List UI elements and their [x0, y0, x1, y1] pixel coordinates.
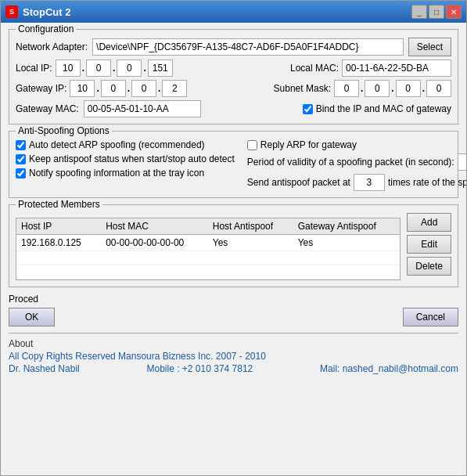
- local-ip-label: Local IP:: [16, 63, 52, 74]
- notify-label: Notify spoofing information at the tray …: [29, 168, 204, 178]
- config-group-label: Configuration: [16, 23, 76, 34]
- gateway-ip-1[interactable]: [70, 80, 95, 97]
- col-host-antispoof: Host Antispoof: [208, 218, 293, 235]
- col-gateway-antispoof: Gateway Antispoof: [293, 218, 401, 235]
- title-bar-left: S StopCut 2: [5, 5, 70, 18]
- table-action-buttons: Add Edit Delete: [407, 213, 451, 280]
- keep-antispoof-row: Keep antispoof status when start/stop au…: [16, 153, 235, 164]
- validity-label: Period of validity of a spoofing packet …: [247, 157, 454, 168]
- bind-label: Bind the IP and MAC of gateway: [316, 103, 451, 114]
- protected-members-group: Protected Members Host IP Host MAC Host …: [9, 204, 458, 287]
- delete-button[interactable]: Delete: [407, 257, 451, 276]
- auto-detect-row: Auto detect ARP spoofing (recommended): [16, 139, 235, 150]
- subnet-3[interactable]: [396, 80, 421, 97]
- add-button[interactable]: Add: [407, 213, 451, 232]
- rate-row: Send antispoof packet at times rate of t…: [247, 174, 466, 191]
- gateway-ip-3[interactable]: [131, 80, 156, 97]
- validity-row: Period of validity of a spoofing packet …: [247, 153, 466, 171]
- cancel-button[interactable]: Cancel: [403, 308, 458, 326]
- cell-host-antispoof: Yes: [208, 235, 293, 251]
- gateway-ip-4[interactable]: [162, 80, 187, 97]
- protected-group-label: Protected Members: [16, 199, 102, 210]
- keep-antispoof-label: Keep antispoof status when start/stop au…: [29, 153, 235, 164]
- reply-arp-checkbox[interactable]: [247, 140, 257, 150]
- members-table: Host IP Host MAC Host Antispoof Gateway …: [16, 218, 400, 279]
- subnet-2[interactable]: [365, 80, 390, 97]
- local-ip-3[interactable]: [117, 60, 142, 77]
- select-button[interactable]: Select: [408, 38, 451, 56]
- bind-checkbox[interactable]: [303, 104, 313, 114]
- gateway-mac-row: Gateway MAC: Bind the IP and MAC of gate…: [16, 100, 451, 117]
- col-host-ip: Host IP: [16, 218, 101, 235]
- auto-detect-label: Auto detect ARP spoofing (recommended): [29, 139, 205, 150]
- protected-layout: Host IP Host MAC Host Antispoof Gateway …: [16, 213, 451, 280]
- close-button[interactable]: ✕: [446, 5, 462, 19]
- main-window: S StopCut 2 _ □ ✕ Configuration Network …: [0, 0, 467, 476]
- gateway-mac-input[interactable]: [84, 100, 201, 117]
- content-area: Configuration Network Adapter: Select Lo…: [1, 23, 466, 475]
- subnet-mask-group: . . .: [334, 80, 451, 97]
- cell-host-mac: 00-00-00-00-00-00: [101, 235, 208, 251]
- local-ip-1[interactable]: [56, 60, 81, 77]
- auto-detect-checkbox[interactable]: [16, 140, 26, 150]
- validity-input[interactable]: [458, 153, 466, 171]
- antispoof-group-label: Anti-Spoofing Options: [16, 125, 112, 136]
- proced-label: Proced: [9, 294, 458, 305]
- table-row-empty-2: [16, 265, 400, 279]
- network-adapter-label: Network Adapter:: [16, 41, 88, 52]
- proced-buttons-row: OK Cancel: [9, 308, 458, 326]
- title-bar-controls: _ □ ✕: [411, 5, 462, 19]
- antispoof-group: Anti-Spoofing Options Auto detect ARP sp…: [9, 131, 458, 198]
- gateway-ip-group: . . .: [70, 80, 187, 97]
- about-copyright: All Copy Rights Reserved Mansoura Biznes…: [9, 351, 458, 362]
- table-row[interactable]: 192.168.0.125 00-00-00-00-00-00 Yes Yes: [16, 235, 400, 251]
- table-row-empty-1: [16, 251, 400, 265]
- gateway-ip-label: Gateway IP:: [16, 83, 66, 94]
- rate-prefix-label: Send antispoof packet at: [247, 177, 350, 188]
- subnet-1[interactable]: [334, 80, 359, 97]
- rate-input[interactable]: [354, 174, 385, 191]
- minimize-button[interactable]: _: [411, 5, 427, 19]
- title-bar: S StopCut 2 _ □ ✕: [1, 1, 466, 23]
- gateway-mac-label: Gateway MAC:: [16, 103, 79, 114]
- notify-checkbox[interactable]: [16, 168, 26, 178]
- subnet-mask-label: Subnet Mask:: [274, 83, 331, 94]
- gateway-ip-2[interactable]: [101, 80, 126, 97]
- network-adapter-row: Network Adapter: Select: [16, 38, 451, 56]
- edit-button[interactable]: Edit: [407, 235, 451, 254]
- local-ip-4[interactable]: [148, 60, 173, 77]
- window-title: StopCut 2: [23, 6, 70, 18]
- about-author-row: Dr. Nashed Nabil Mobile : +2 010 374 781…: [9, 363, 458, 374]
- col-host-mac: Host MAC: [101, 218, 208, 235]
- about-author: Dr. Nashed Nabil: [9, 363, 80, 374]
- cell-host-ip: 192.168.0.125: [16, 235, 101, 251]
- about-label: About: [9, 338, 458, 349]
- app-icon: S: [5, 5, 18, 18]
- rate-suffix-label: times rate of the spoofer: [388, 177, 466, 188]
- cell-gateway-antispoof: Yes: [293, 235, 401, 251]
- proced-section: Proced OK Cancel: [9, 294, 458, 326]
- members-table-wrapper: Host IP Host MAC Host Antispoof Gateway …: [16, 213, 401, 280]
- members-table-container: Host IP Host MAC Host Antispoof Gateway …: [16, 218, 401, 280]
- local-ip-2[interactable]: [86, 60, 111, 77]
- about-mobile: Mobile : +2 010 374 7812: [147, 363, 253, 374]
- network-adapter-input[interactable]: [92, 38, 404, 56]
- local-mac-input[interactable]: [342, 60, 451, 77]
- about-mail: Mail: nashed_nabil@hotmail.com: [320, 363, 458, 374]
- about-section: About All Copy Rights Reserved Mansoura …: [9, 333, 458, 374]
- ok-button[interactable]: OK: [9, 308, 55, 326]
- maximize-button[interactable]: □: [429, 5, 444, 19]
- reply-arp-label: Reply ARP for gateway: [260, 139, 357, 150]
- reply-arp-row: Reply ARP for gateway: [247, 139, 466, 150]
- subnet-4[interactable]: [426, 80, 451, 97]
- local-mac-label: Local MAC:: [290, 63, 339, 74]
- keep-antispoof-checkbox[interactable]: [16, 154, 26, 164]
- local-ip-group: . . .: [56, 60, 173, 77]
- configuration-group: Configuration Network Adapter: Select Lo…: [9, 29, 458, 124]
- notify-row: Notify spoofing information at the tray …: [16, 168, 235, 178]
